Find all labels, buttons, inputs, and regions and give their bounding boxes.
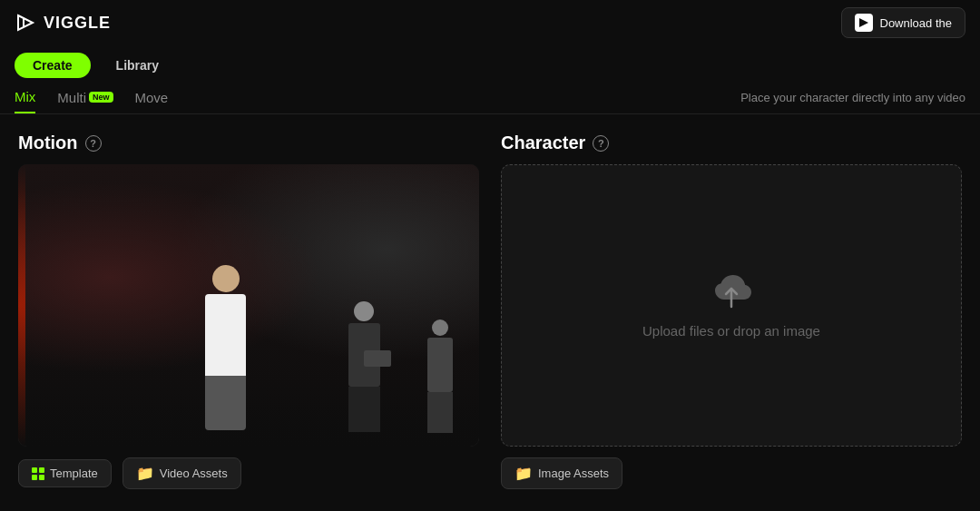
figure-body [205, 294, 246, 376]
video-scene [18, 164, 479, 447]
character-panel: Character ? Upload files or drop an imag… [501, 133, 962, 489]
figure-head [212, 265, 240, 292]
mode-tabs-left: Mix MultiNew Move [15, 89, 168, 113]
image-assets-button[interactable]: 📁 Image Assets [501, 457, 622, 489]
logo-text: VIGGLE [44, 14, 111, 33]
download-button[interactable]: Download the [841, 7, 966, 38]
create-button[interactable]: Create [15, 53, 91, 78]
figure-right-torso [341, 323, 387, 387]
library-button[interactable]: Library [98, 53, 177, 78]
folder-icon: 📁 [136, 465, 154, 482]
figure-far-right-body [427, 338, 453, 392]
character-title: Character ? [501, 133, 962, 153]
motion-help-icon[interactable]: ? [85, 135, 102, 152]
template-label: Template [50, 467, 98, 480]
upload-text: Upload files or drop an image [642, 323, 820, 339]
tab-mix[interactable]: Mix [15, 89, 35, 113]
stage-light-left [18, 164, 25, 447]
motion-video-area[interactable] [18, 164, 479, 447]
figure-far-right-head [432, 319, 448, 336]
upload-cloud-icon [708, 272, 755, 312]
figure-right-pants [348, 387, 380, 432]
viggle-logo-icon [15, 12, 36, 34]
main-content: Motion ? [0, 114, 980, 507]
figure-center [194, 265, 258, 447]
mode-tabs: Mix MultiNew Move Place your character d… [0, 85, 980, 114]
tab-multi[interactable]: MultiNew [57, 90, 113, 113]
image-assets-label: Image Assets [538, 467, 609, 480]
download-label: Download the [880, 16, 953, 30]
new-badge: New [89, 92, 113, 103]
motion-actions: Template 📁 Video Assets [18, 457, 479, 489]
nav-tabs: Create Library [0, 45, 980, 85]
tab-move[interactable]: Move [135, 90, 169, 113]
motion-panel: Motion ? [18, 133, 479, 489]
figure-far-right [425, 319, 456, 447]
svg-marker-2 [859, 18, 868, 27]
figure-pants [205, 376, 246, 430]
character-upload-area[interactable]: Upload files or drop an image [501, 164, 962, 447]
viggle-v-icon [855, 14, 873, 32]
folder-icon-2: 📁 [514, 465, 533, 482]
camera-object [364, 350, 391, 367]
header: VIGGLE Download the [0, 0, 980, 45]
video-assets-button[interactable]: 📁 Video Assets [122, 457, 241, 489]
svg-marker-0 [18, 15, 33, 30]
place-text: Place your character directly into any v… [740, 91, 965, 112]
figure-right-head [354, 301, 374, 321]
logo: VIGGLE [15, 12, 111, 34]
template-grid-icon [32, 467, 44, 480]
motion-title: Motion ? [18, 133, 479, 153]
figure-far-right-pants [427, 392, 453, 433]
character-actions: 📁 Image Assets [501, 457, 962, 489]
figure-right [341, 301, 387, 447]
template-button[interactable]: Template [18, 459, 112, 487]
character-help-icon[interactable]: ? [593, 135, 609, 152]
video-assets-label: Video Assets [160, 467, 228, 480]
